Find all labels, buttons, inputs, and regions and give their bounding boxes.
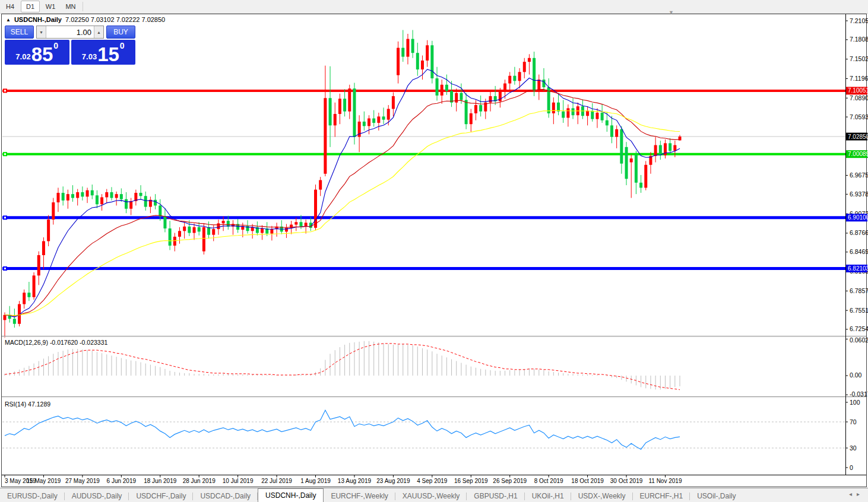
svg-text:6.84690: 6.84690: [850, 248, 868, 255]
svg-text:100: 100: [850, 399, 860, 406]
candle: [33, 272, 36, 300]
tab-usdcad-daily[interactable]: USDCAD-,Daily: [193, 490, 258, 502]
svg-text:23 Aug 2019: 23 Aug 2019: [376, 478, 410, 484]
one-click-trading-panel: SELL ▼ 1.00 ▲ BUY 7.02 85 0 7.03 15 0: [5, 26, 135, 65]
sell-button[interactable]: SELL: [5, 26, 34, 39]
volume-stepper: ▼ 1.00 ▲: [36, 26, 104, 39]
candle: [625, 142, 628, 185]
tab-gbpusd-h1[interactable]: GBPUSD-,H1: [467, 490, 524, 502]
svg-text:0.00: 0.00: [850, 371, 862, 379]
svg-text:7.05930: 7.05930: [850, 113, 868, 120]
svg-text:15 May 2019: 15 May 2019: [27, 478, 61, 484]
svg-text:-0.031725: -0.031725: [850, 390, 868, 398]
svg-text:7.21050: 7.21050: [850, 17, 868, 24]
sell-price-sup: 0: [53, 41, 58, 50]
svg-text:18 Oct 2019: 18 Oct 2019: [571, 478, 604, 484]
svg-text:6.96750: 6.96750: [850, 171, 868, 179]
svg-text:7.02850: 7.02850: [848, 134, 868, 140]
buy-price-big: 15: [97, 46, 119, 63]
candle: [202, 223, 205, 255]
svg-text:6.72540: 6.72540: [850, 325, 868, 332]
chart-title: ▲ USDCNH-,Daily 7.02250 7.03102 7.02222 …: [6, 16, 165, 23]
svg-text:30: 30: [850, 444, 857, 452]
svg-text:0.060273: 0.060273: [850, 336, 868, 344]
svg-text:6.75510: 6.75510: [850, 307, 868, 314]
tab-scroll-arrows: ◂▸: [849, 491, 864, 497]
tab-usdcnh-daily[interactable]: USDCNH-,Daily: [258, 488, 324, 502]
hline-6.82103[interactable]: [2, 266, 845, 271]
buy-price-small: 7.03: [82, 52, 97, 61]
chart-symbol-label: USDCNH-,Daily: [14, 16, 62, 23]
svg-text:6 Jun 2019: 6 Jun 2019: [107, 478, 137, 484]
tab-usdx-weekly[interactable]: USDX-,Weekly: [571, 490, 633, 502]
svg-text:1 Aug 2019: 1 Aug 2019: [300, 478, 331, 484]
svg-text:6.90100: 6.90100: [848, 214, 868, 221]
candle: [533, 52, 536, 96]
volume-input[interactable]: 1.00: [46, 26, 94, 38]
buy-price-box[interactable]: 7.03 15 0: [71, 40, 136, 65]
sell-price-small: 7.02: [15, 52, 30, 61]
rsi-label: RSI(14) 47.1289: [5, 401, 50, 408]
tab-eurchf-h1[interactable]: EURCHF-,H1: [633, 490, 690, 502]
svg-text:7.00089: 7.00089: [848, 151, 868, 157]
chart-canvas[interactable]: 7.210507.180807.150207.119607.089007.059…: [0, 0, 868, 488]
symbol-tab-bar: EURUSD-,DailyAUDUSD-,DailyUSDCHF-,DailyU…: [0, 488, 868, 502]
svg-text:4 Sep 2019: 4 Sep 2019: [417, 478, 448, 484]
svg-text:10 Jul 2019: 10 Jul 2019: [223, 478, 254, 484]
tab-ukoil-h1[interactable]: UKOil-,H1: [525, 490, 571, 502]
tab-scroll-left-icon[interactable]: ◂: [849, 491, 857, 497]
volume-down-icon[interactable]: ▼: [37, 26, 46, 38]
sell-price-big: 85: [31, 46, 53, 63]
svg-text:16 Sep 2019: 16 Sep 2019: [454, 478, 488, 484]
hline-6.901[interactable]: [2, 215, 845, 220]
scroll-to-end-icon[interactable]: ▼: [669, 9, 674, 15]
svg-text:6.78570: 6.78570: [850, 287, 868, 294]
tab-eurchf-weekly[interactable]: EURCHF-,Weekly: [324, 490, 395, 502]
candle: [353, 83, 356, 145]
tab-xauusd-weekly[interactable]: XAUUSD-,Weekly: [395, 490, 467, 502]
svg-text:6.93780: 6.93780: [850, 190, 868, 198]
svg-text:7.08900: 7.08900: [850, 94, 868, 101]
svg-text:30 Oct 2019: 30 Oct 2019: [610, 478, 643, 484]
svg-text:6.87660: 6.87660: [850, 229, 868, 236]
tab-scroll-right-icon[interactable]: ▸: [857, 491, 864, 497]
tab-usdchf-daily[interactable]: USDCHF-,Daily: [129, 490, 193, 502]
svg-text:70: 70: [850, 418, 857, 425]
collapse-icon[interactable]: ▲: [6, 17, 11, 23]
svg-text:0: 0: [850, 464, 853, 471]
buy-price-sup: 0: [120, 41, 125, 50]
svg-text:6.82103: 6.82103: [848, 265, 868, 272]
buy-button[interactable]: BUY: [106, 26, 135, 39]
mt4-window: H4D1W1MN 7.210507.180807.150207.119607.0…: [0, 0, 868, 502]
chart-ohlc-values: 7.02250 7.03102 7.02222 7.02850: [65, 16, 165, 23]
svg-text:13 Aug 2019: 13 Aug 2019: [338, 478, 372, 484]
svg-text:11 Nov 2019: 11 Nov 2019: [648, 478, 682, 484]
candle: [644, 161, 647, 190]
candle: [430, 41, 433, 84]
volume-up-icon[interactable]: ▲: [94, 26, 103, 38]
chart-window-frame: [2, 14, 867, 487]
tab-eurusd-daily[interactable]: EURUSD-,Daily: [0, 490, 65, 502]
svg-text:28 Jun 2019: 28 Jun 2019: [183, 478, 216, 484]
macd-label: MACD(12,26,9) -0.017620 -0.023331: [5, 339, 107, 346]
svg-text:8 Oct 2019: 8 Oct 2019: [534, 478, 563, 484]
tab-audusd-daily[interactable]: AUDUSD-,Daily: [65, 490, 129, 502]
svg-text:7.10051: 7.10051: [848, 87, 868, 94]
svg-text:18 Jun 2019: 18 Jun 2019: [144, 478, 176, 484]
sell-price-box[interactable]: 7.02 85 0: [5, 40, 69, 65]
svg-text:27 May 2019: 27 May 2019: [65, 478, 100, 484]
svg-text:22 Jul 2019: 22 Jul 2019: [261, 478, 292, 484]
svg-text:7.15020: 7.15020: [850, 55, 868, 62]
tab-usoil-daily[interactable]: USOil-,Daily: [690, 490, 743, 502]
svg-text:7.11960: 7.11960: [850, 75, 868, 82]
svg-text:7.18080: 7.18080: [850, 36, 868, 43]
svg-text:26 Sep 2019: 26 Sep 2019: [493, 478, 527, 484]
